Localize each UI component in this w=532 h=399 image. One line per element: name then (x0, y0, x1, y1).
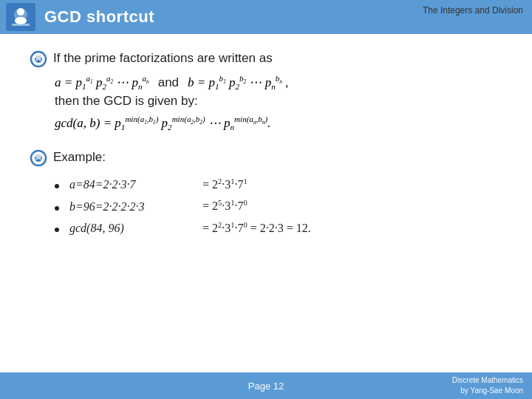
example-section: Example: a=84=2·2·3·7 = 22·31·71 b=96=2·… (30, 148, 502, 235)
intro-text: If the prime factorizations are written … (53, 49, 273, 68)
example-heading-row: Example: (30, 148, 502, 167)
then-text: then the GCD is given by: (55, 94, 502, 109)
example-item: a=84=2·2·3·7 = 22·31·71 (55, 177, 502, 191)
example-item: b=96=2·2·2·2·3 = 25·31·70 (55, 199, 502, 213)
example-label-2: gcd(84, 96) (69, 222, 202, 235)
comma: , (285, 75, 289, 90)
example-value-2: = 22·31·70 = 2·2·3 = 12. (202, 221, 311, 235)
gcd-formula: gcd(a, b) = p1min(a1,b1) p2min(a2,b2) ⋯ … (55, 115, 502, 132)
dot-bullet-1 (55, 206, 59, 211)
example-bullet-icon (30, 149, 47, 167)
section-label-text: The Integers and Division (423, 5, 523, 16)
example-heading-text: Example: (53, 150, 106, 165)
example-label-0: a=84=2·2·3·7 (69, 178, 202, 191)
example-label-1: b=96=2·2·2·2·3 (69, 200, 202, 214)
example-item: gcd(84, 96) = 22·31·70 = 2·2·3 = 12. (55, 221, 502, 235)
dot-bullet-0 (55, 184, 59, 188)
main-content: If the prime factorizations are written … (0, 34, 532, 250)
page-title: GCD shortcut (44, 7, 154, 27)
formula-b: b = p1b1 p2b2 ⋯ pnbn (188, 74, 282, 91)
formula-row: a = p1a1 p2a2 ⋯ pnan and b = p1b1 p2b2 ⋯… (55, 74, 502, 91)
svg-point-4 (15, 17, 27, 24)
svg-point-3 (17, 8, 24, 16)
footer-credit-line1: Discrete Mathematics (452, 375, 523, 386)
example-value-0: = 22·31·71 (202, 177, 248, 191)
bullet-icon (30, 50, 47, 68)
intro-bullet-row: If the prime factorizations are written … (30, 49, 502, 68)
dot-bullet-2 (55, 228, 59, 232)
footer-credit: Discrete Mathematics by Yang-Sae Moon (452, 375, 523, 396)
footer-bar: Page 12 Discrete Mathematics by Yang-Sae… (0, 372, 532, 399)
section-label: The Integers and Division (423, 4, 523, 17)
gcd-formula-text: gcd(a, b) = p1min(a1,b1) p2min(a2,b2) ⋯ … (55, 116, 270, 130)
footer-credit-line2: by Yang-Sae Moon (452, 386, 523, 396)
example-value-1: = 25·31·70 (202, 199, 248, 213)
formula-a: a = p1a1 p2a2 ⋯ pnan (55, 74, 149, 91)
and-label: and (158, 75, 179, 90)
page-number: Page 12 (248, 381, 284, 392)
university-logo (6, 3, 35, 31)
